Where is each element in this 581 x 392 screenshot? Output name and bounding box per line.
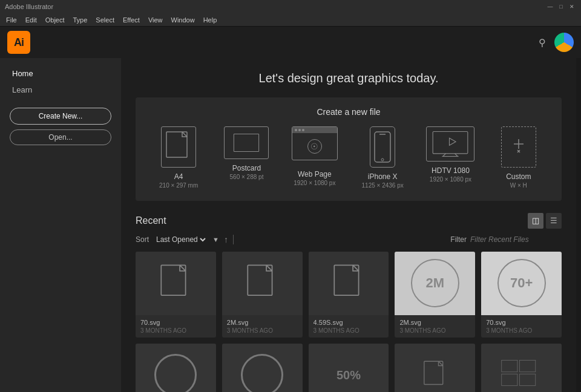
list-view-button[interactable]: ☰ [546, 213, 562, 229]
menu-effect[interactable]: Effect [119, 15, 143, 25]
menu-view[interactable]: View [145, 15, 166, 25]
file-name-2msvg-circle: 2M.svg [399, 319, 470, 326]
template-hdtv[interactable]: HDTV 1080 1920 × 1080 px [426, 126, 474, 183]
sort-label: Sort [136, 235, 149, 244]
sort-arrow-icon: ▼ [212, 236, 219, 243]
recent-header: Recent ◫ ☰ [136, 213, 562, 229]
close-button[interactable]: ✕ [568, 2, 576, 11]
create-panel-title: Create a new file [148, 107, 550, 117]
filter-input[interactable] [470, 235, 562, 244]
menu-object[interactable]: Object [42, 15, 68, 25]
menu-type[interactable]: Type [70, 15, 91, 25]
file-info-70svg: 70.svg 3 MONTHS AGO [136, 315, 216, 338]
file-card-70svg[interactable]: 70.svg 3 MONTHS AGO [136, 252, 216, 338]
window-controls[interactable]: — □ ✕ [546, 2, 576, 11]
file-date-459svg: 3 MONTHS AGO [313, 327, 384, 334]
svg-rect-19 [519, 361, 535, 372]
scrollbar[interactable] [576, 58, 581, 392]
header-right: ⚲ [539, 33, 574, 52]
file-card-partial-5[interactable]: 4 [481, 344, 562, 392]
filter-right: Filter [450, 235, 562, 244]
sidebar-item-learn[interactable]: Learn [0, 82, 121, 98]
sidebar-item-home[interactable]: Home [0, 65, 121, 82]
file-name-2msvg: 2M.svg [227, 319, 298, 326]
menu-bar: File Edit Object Type Select Effect View… [0, 13, 581, 27]
recent-title: Recent [136, 215, 166, 226]
title-bar-left: Adobe Illustrator [5, 3, 53, 10]
file-date-2msvg: 3 MONTHS AGO [227, 327, 298, 334]
template-a4[interactable]: A4 210 × 297 mm [154, 126, 203, 189]
file-card-2msvg[interactable]: 2M.svg 3 MONTHS AGO [222, 252, 303, 338]
search-icon[interactable]: ⚲ [539, 37, 546, 48]
view-toggles: ◫ ☰ [528, 213, 562, 229]
file-card-459svg[interactable]: 4.59S.svg 3 MONTHS AGO [309, 252, 389, 338]
svg-rect-17 [424, 361, 443, 384]
template-custom-label: Custom [506, 172, 531, 182]
file-grid-row2: 50% [136, 344, 562, 392]
sort-row: Sort Last Opened ▼ ↑ Filter [136, 235, 562, 244]
svg-rect-2 [375, 132, 390, 162]
file-card-partial-1[interactable] [136, 344, 216, 392]
web-bar [292, 127, 337, 133]
maximize-button[interactable]: □ [557, 2, 565, 11]
template-webpage-label: Web Page [298, 170, 332, 180]
template-iphonex[interactable]: iPhone X 1125 × 2436 px [358, 126, 407, 189]
file-thumb-70svg-circle: 70+ [481, 252, 562, 315]
file-info-2msvg: 2M.svg 3 MONTHS AGO [222, 315, 303, 338]
file-card-partial-3[interactable]: 50% [309, 344, 389, 392]
web-frame: ☉ [292, 126, 338, 160]
web-globe-icon: ☉ [307, 139, 322, 154]
svg-rect-1 [234, 134, 259, 152]
template-grid: A4 210 × 297 mm Postcard 560 × 288 pt [148, 126, 550, 189]
sort-divider [233, 235, 234, 244]
file-thumb-459svg [309, 252, 389, 315]
file-card-70svg-circle[interactable]: 70+ 70.svg 3 MONTHS AGO [481, 252, 562, 338]
app-header: Ai ⚲ [0, 27, 581, 58]
file-info-2msvg-circle: 2M.svg 3 MONTHS AGO [395, 315, 475, 338]
sort-direction-icon[interactable]: ↑ [224, 235, 228, 244]
template-hdtv-icon [426, 126, 474, 162]
circle-70plus: 70+ [497, 259, 546, 307]
file-date-70svg-circle: 3 MONTHS AGO [486, 327, 557, 334]
file-name-459svg: 4.59S.svg [313, 319, 384, 326]
file-card-partial-4[interactable] [395, 344, 475, 392]
menu-edit[interactable]: Edit [22, 15, 41, 25]
file-card-2msvg-circle[interactable]: 2M 2M.svg 3 MONTHS AGO [395, 252, 475, 338]
svg-rect-21 [519, 374, 535, 385]
avatar[interactable] [554, 33, 574, 52]
template-a4-icon [161, 126, 196, 168]
grid-view-button[interactable]: ◫ [528, 213, 543, 229]
sort-select[interactable]: Last Opened [154, 235, 208, 244]
file-thumb-70svg [136, 252, 216, 315]
template-custom[interactable]: Custom W × H [494, 126, 543, 189]
template-webpage-icon: ☉ [292, 126, 338, 165]
template-iphonex-label: iPhone X [368, 172, 398, 182]
file-card-partial-2[interactable] [222, 344, 303, 392]
recent-section: Recent ◫ ☰ Sort Last Opened ▼ ↑ Fil [121, 213, 576, 392]
menu-file[interactable]: File [2, 15, 21, 25]
open-button[interactable]: Open... [10, 129, 111, 145]
create-new-button[interactable]: Create New... [10, 108, 111, 125]
file-thumb-partial-1 [136, 344, 216, 392]
minimize-button[interactable]: — [546, 2, 554, 11]
template-webpage-sub: 1920 × 1080 px [294, 180, 335, 186]
svg-rect-16 [334, 265, 358, 295]
partial-circle-2 [241, 354, 283, 392]
template-iphonex-sub: 1125 × 2436 px [362, 182, 404, 189]
template-custom-sub: W × H [510, 182, 527, 189]
menu-help[interactable]: Help [200, 15, 221, 25]
hero-tagline: Let's design great graphics today. [121, 58, 576, 91]
svg-marker-9 [450, 138, 456, 145]
file-info-459svg: 4.59S.svg 3 MONTHS AGO [309, 315, 389, 338]
file-name-70svg-circle: 70.svg [486, 319, 557, 326]
file-date-2msvg-circle: 3 MONTHS AGO [399, 327, 470, 334]
template-a4-label: A4 [174, 172, 183, 182]
menu-select[interactable]: Select [92, 15, 118, 25]
template-postcard-label: Postcard [232, 164, 261, 174]
file-name-70svg: 70.svg [140, 319, 211, 326]
file-thumb-2msvg-circle: 2M [395, 252, 475, 315]
template-webpage[interactable]: ☉ Web Page 1920 × 1080 px [290, 126, 339, 186]
template-postcard[interactable]: Postcard 560 × 288 pt [222, 126, 271, 180]
menu-window[interactable]: Window [168, 15, 199, 25]
template-hdtv-sub: 1920 × 1080 px [430, 176, 471, 183]
